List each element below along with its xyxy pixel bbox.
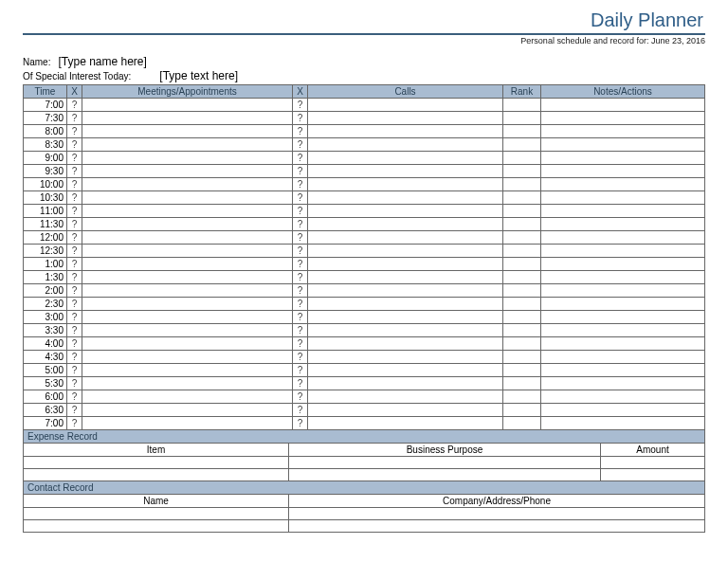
- x1-cell[interactable]: ?: [67, 112, 82, 125]
- x2-cell[interactable]: ?: [293, 218, 308, 231]
- calls-cell[interactable]: [308, 125, 503, 138]
- notes-cell[interactable]: [541, 417, 705, 430]
- calls-cell[interactable]: [308, 311, 503, 324]
- interest-value[interactable]: [Type text here]: [159, 69, 238, 82]
- x1-cell[interactable]: ?: [67, 311, 82, 324]
- notes-cell[interactable]: [541, 298, 705, 311]
- notes-cell[interactable]: [541, 245, 705, 258]
- x2-cell[interactable]: ?: [293, 258, 308, 271]
- x1-cell[interactable]: ?: [67, 245, 82, 258]
- notes-cell[interactable]: [541, 404, 705, 417]
- rank-cell[interactable]: [503, 258, 541, 271]
- x2-cell[interactable]: ?: [293, 337, 308, 351]
- expense-purpose-cell[interactable]: [289, 469, 601, 481]
- meetings-cell[interactable]: [82, 284, 293, 298]
- calls-cell[interactable]: [308, 99, 503, 112]
- notes-cell[interactable]: [541, 152, 705, 165]
- rank-cell[interactable]: [503, 364, 541, 377]
- calls-cell[interactable]: [308, 404, 503, 417]
- calls-cell[interactable]: [308, 377, 503, 390]
- calls-cell[interactable]: [308, 324, 503, 337]
- rank-cell[interactable]: [503, 245, 541, 258]
- x1-cell[interactable]: ?: [67, 191, 82, 205]
- calls-cell[interactable]: [308, 284, 503, 298]
- rank-cell[interactable]: [503, 99, 541, 112]
- meetings-cell[interactable]: [82, 271, 293, 284]
- notes-cell[interactable]: [541, 364, 705, 377]
- meetings-cell[interactable]: [82, 138, 293, 152]
- meetings-cell[interactable]: [82, 165, 293, 178]
- x1-cell[interactable]: ?: [67, 205, 82, 218]
- x2-cell[interactable]: ?: [293, 125, 308, 138]
- calls-cell[interactable]: [308, 191, 503, 205]
- x2-cell[interactable]: ?: [293, 271, 308, 284]
- rank-cell[interactable]: [503, 337, 541, 351]
- rank-cell[interactable]: [503, 218, 541, 231]
- calls-cell[interactable]: [308, 364, 503, 377]
- x2-cell[interactable]: ?: [293, 298, 308, 311]
- calls-cell[interactable]: [308, 112, 503, 125]
- expense-item-cell[interactable]: [24, 469, 289, 481]
- contact-name-cell[interactable]: [24, 508, 289, 520]
- x1-cell[interactable]: ?: [67, 165, 82, 178]
- rank-cell[interactable]: [503, 152, 541, 165]
- meetings-cell[interactable]: [82, 298, 293, 311]
- notes-cell[interactable]: [541, 178, 705, 191]
- notes-cell[interactable]: [541, 125, 705, 138]
- rank-cell[interactable]: [503, 112, 541, 125]
- x1-cell[interactable]: ?: [67, 231, 82, 245]
- calls-cell[interactable]: [308, 417, 503, 430]
- meetings-cell[interactable]: [82, 245, 293, 258]
- rank-cell[interactable]: [503, 311, 541, 324]
- rank-cell[interactable]: [503, 191, 541, 205]
- rank-cell[interactable]: [503, 231, 541, 245]
- x2-cell[interactable]: ?: [293, 245, 308, 258]
- notes-cell[interactable]: [541, 390, 705, 404]
- notes-cell[interactable]: [541, 231, 705, 245]
- contact-company-cell[interactable]: [289, 520, 705, 533]
- x1-cell[interactable]: ?: [67, 138, 82, 152]
- meetings-cell[interactable]: [82, 364, 293, 377]
- x1-cell[interactable]: ?: [67, 390, 82, 404]
- x2-cell[interactable]: ?: [293, 178, 308, 191]
- calls-cell[interactable]: [308, 351, 503, 364]
- notes-cell[interactable]: [541, 271, 705, 284]
- meetings-cell[interactable]: [82, 205, 293, 218]
- calls-cell[interactable]: [308, 218, 503, 231]
- rank-cell[interactable]: [503, 377, 541, 390]
- meetings-cell[interactable]: [82, 377, 293, 390]
- calls-cell[interactable]: [308, 245, 503, 258]
- x2-cell[interactable]: ?: [293, 165, 308, 178]
- meetings-cell[interactable]: [82, 125, 293, 138]
- rank-cell[interactable]: [503, 351, 541, 364]
- calls-cell[interactable]: [308, 271, 503, 284]
- calls-cell[interactable]: [308, 178, 503, 191]
- x1-cell[interactable]: ?: [67, 284, 82, 298]
- x1-cell[interactable]: ?: [67, 417, 82, 430]
- x2-cell[interactable]: ?: [293, 99, 308, 112]
- name-value[interactable]: [Type name here]: [58, 55, 146, 68]
- notes-cell[interactable]: [541, 377, 705, 390]
- x2-cell[interactable]: ?: [293, 284, 308, 298]
- x2-cell[interactable]: ?: [293, 138, 308, 152]
- rank-cell[interactable]: [503, 324, 541, 337]
- x2-cell[interactable]: ?: [293, 351, 308, 364]
- meetings-cell[interactable]: [82, 231, 293, 245]
- contact-company-cell[interactable]: [289, 508, 705, 520]
- notes-cell[interactable]: [541, 337, 705, 351]
- x2-cell[interactable]: ?: [293, 112, 308, 125]
- contact-name-cell[interactable]: [24, 520, 289, 533]
- meetings-cell[interactable]: [82, 404, 293, 417]
- x1-cell[interactable]: ?: [67, 364, 82, 377]
- x2-cell[interactable]: ?: [293, 404, 308, 417]
- x1-cell[interactable]: ?: [67, 178, 82, 191]
- meetings-cell[interactable]: [82, 191, 293, 205]
- calls-cell[interactable]: [308, 337, 503, 351]
- expense-amount-cell[interactable]: [601, 457, 705, 469]
- notes-cell[interactable]: [541, 112, 705, 125]
- x2-cell[interactable]: ?: [293, 231, 308, 245]
- rank-cell[interactable]: [503, 284, 541, 298]
- x1-cell[interactable]: ?: [67, 324, 82, 337]
- notes-cell[interactable]: [541, 284, 705, 298]
- x2-cell[interactable]: ?: [293, 417, 308, 430]
